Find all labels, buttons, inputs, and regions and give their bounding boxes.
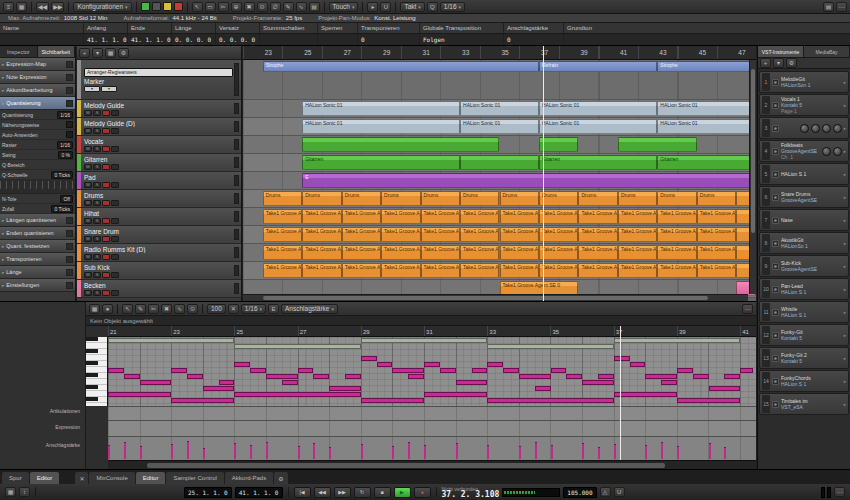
velocity-bar[interactable] xyxy=(234,443,236,459)
clip-hihat[interactable]: Take1 Groove Agent SE 0 xyxy=(657,209,696,224)
midi-note[interactable] xyxy=(677,368,693,373)
clip-radio-rumms-kit-d[interactable]: Take1 Groove Agent SE 0 xyxy=(539,245,578,260)
velocity-bar[interactable] xyxy=(724,447,726,459)
monitor-button[interactable] xyxy=(111,182,119,188)
mute-button[interactable]: M xyxy=(84,146,92,152)
inspector-section-enden-quantisieren[interactable]: ▸Enden quantisieren xyxy=(0,227,75,240)
tab-akkord-pads[interactable]: Akkord-Pads xyxy=(225,472,273,484)
clip-melody-guide-d[interactable]: HALion Sonic 01 xyxy=(657,119,756,134)
clip-snare-drum[interactable]: Take1 Groove Agent SE 0 xyxy=(381,227,420,242)
velocity-bar[interactable] xyxy=(171,444,173,459)
clip-melody-guide-d[interactable]: HALion Sonic 01 xyxy=(460,119,539,134)
solo-button[interactable]: S xyxy=(93,146,101,152)
monitor-button[interactable] xyxy=(111,272,119,278)
editor-more-icon[interactable]: ⋯ xyxy=(742,304,753,314)
clip-hihat[interactable]: Take1 Groove Agent SE 0 xyxy=(539,209,578,224)
value-swing[interactable]: 0 % xyxy=(58,151,73,159)
more-options-icon[interactable]: ⋯ xyxy=(836,2,847,12)
vst-slot-3[interactable]: 3e▸ xyxy=(759,117,849,139)
track-settings-icon[interactable]: ⚙ xyxy=(118,48,129,58)
tab-left-editor[interactable]: Editor xyxy=(30,472,60,484)
monitor-button[interactable] xyxy=(111,236,119,242)
velocity-bar[interactable] xyxy=(361,444,363,459)
info-field-value-anfang[interactable]: 41. 1. 1. 0 xyxy=(83,34,127,45)
lane-gitarren[interactable]: GitarrenGitarrenGitarren xyxy=(243,154,756,172)
scrollbar-thumb[interactable] xyxy=(263,296,707,300)
position-display[interactable]: 37. 2. 3.108 xyxy=(442,492,500,498)
transport-expand-icon[interactable]: ↕ xyxy=(19,487,30,497)
vst-slot-7[interactable]: 7eNase▸ xyxy=(759,209,849,231)
midi-note[interactable] xyxy=(282,380,298,385)
clip-hihat[interactable]: Take1 Groove Agent SE 0 xyxy=(460,209,499,224)
clip-snare-drum[interactable]: Take1 Groove Agent SE 0 xyxy=(342,227,381,242)
velocity-bar[interactable] xyxy=(677,446,679,459)
solo-button[interactable]: S xyxy=(93,290,101,296)
mute-button[interactable]: M xyxy=(84,110,92,116)
clip-hihat[interactable]: Take1 Groove Agent SE 0 xyxy=(342,209,381,224)
info-field-value-stummschalten[interactable] xyxy=(259,34,317,45)
lane-hihat[interactable]: Take1 Groove Agent SE 0Take1 Groove Agen… xyxy=(243,208,756,226)
midi-note[interactable] xyxy=(250,368,266,373)
autoscroll-button[interactable]: ▸ xyxy=(367,2,378,12)
workspace-dropdown[interactable]: Konfigurationen ▾ xyxy=(73,2,131,12)
velocity-bar[interactable] xyxy=(329,447,331,459)
midi-note[interactable] xyxy=(677,398,740,403)
editor-pointer-tool[interactable]: ↖ xyxy=(122,304,133,314)
clip-radio-rumms-kit-d[interactable]: Take1 Groove Agent SE 0 xyxy=(381,245,420,260)
midi-note[interactable] xyxy=(392,368,424,373)
velocity-bar[interactable] xyxy=(408,442,410,459)
checkbox-n-herungsweise[interactable] xyxy=(66,121,73,128)
clip-sub-kick[interactable]: Take1 Groove Agent SE 0 xyxy=(657,263,696,278)
solo-button[interactable]: S xyxy=(93,128,101,134)
midi-note[interactable] xyxy=(266,374,298,379)
lane-marker[interactable]: StropheRefrainStrophe xyxy=(243,60,756,100)
tab-editor[interactable]: Editor xyxy=(136,472,166,484)
grid-type-dropdown[interactable]: Takt ▾ xyxy=(400,2,424,12)
track-hihat[interactable]: HihatMS xyxy=(77,208,241,226)
tab-spur[interactable]: Spur xyxy=(2,472,29,484)
mute-tool[interactable]: ∅ xyxy=(270,2,281,12)
clip-gitarren[interactable]: Gitarren xyxy=(302,155,460,170)
clip-snare-drum[interactable]: Take1 Groove Agent SE 0 xyxy=(500,227,539,242)
value-zufall[interactable]: 0 Ticks xyxy=(51,205,73,213)
clip-sub-kick[interactable]: Take1 Groove Agent SE 0 xyxy=(381,263,420,278)
monitor-button[interactable] xyxy=(111,200,119,206)
clip-gitarren[interactable] xyxy=(460,155,539,170)
clip-hihat[interactable]: Take1 Groove Agent SE 0 xyxy=(421,209,460,224)
midi-note[interactable] xyxy=(171,368,187,373)
marker-locate-select[interactable]: ▾ xyxy=(84,86,100,92)
clip-drums[interactable]: Drums xyxy=(381,191,420,206)
automation-mode-dropdown[interactable]: Touch ▾ xyxy=(329,2,359,12)
velocity-bar[interactable] xyxy=(298,446,300,459)
right-locator-display[interactable]: 41. 1. 1. 0 xyxy=(235,487,283,498)
checkbox-auto-anwenden[interactable] xyxy=(66,131,73,138)
midi-note[interactable] xyxy=(424,392,487,397)
draw-tool[interactable]: ✎ xyxy=(283,2,294,12)
velocity-bar[interactable] xyxy=(487,445,489,459)
clip-snare-drum[interactable]: Take1 Groove Agent SE 0 xyxy=(697,227,736,242)
clip-vocals[interactable] xyxy=(618,137,697,152)
clip-radio-rumms-kit-d[interactable]: Take1 Groove Agent SE 0 xyxy=(460,245,499,260)
clip-radio-rumms-kit-d[interactable]: Take1 Groove Agent SE 0 xyxy=(500,245,539,260)
close-lower-zone-icon[interactable]: ✕ xyxy=(75,472,88,484)
vst-slot-9[interactable]: 9eSub-KickGrooveAgentSE▸ xyxy=(759,255,849,277)
color-tool[interactable]: ▤ xyxy=(309,2,320,12)
tempo-display[interactable]: 105.000 xyxy=(563,487,596,498)
transport-keys-icon[interactable]: ▦ xyxy=(5,487,16,497)
clip-snare-drum[interactable]: Take1 Groove Agent SE 0 xyxy=(618,227,657,242)
clip-radio-rumms-kit-d[interactable]: Take1 Groove Agent SE 0 xyxy=(578,245,617,260)
clip-drums[interactable]: Drums xyxy=(618,191,657,206)
record-enable-button[interactable] xyxy=(102,254,110,260)
clip-drums[interactable]: Drums xyxy=(500,191,539,206)
monitor-button[interactable] xyxy=(111,218,119,224)
project-framerate[interactable]: Projekt-Framerate: 25 fps xyxy=(233,15,302,21)
info-field-value-globale-transposition[interactable]: Folgen xyxy=(419,34,503,45)
ghost-note[interactable] xyxy=(108,338,234,343)
scrollbar-thumb[interactable] xyxy=(751,69,755,233)
tab-mixconsole[interactable]: MixConsole xyxy=(89,472,134,484)
vst-slot-12[interactable]: 12eFunky-GitKontakt 5▸ xyxy=(759,324,849,346)
vst-slot-6[interactable]: 6eSnare DrumsGrooveAgentSE▸ xyxy=(759,186,849,208)
track-vocals[interactable]: VocalsMS xyxy=(77,136,241,154)
inspector-section-l-ngen-quantisieren[interactable]: ▸Längen quantisieren xyxy=(0,214,75,227)
editor-solo-button[interactable]: ▦ xyxy=(89,304,100,314)
